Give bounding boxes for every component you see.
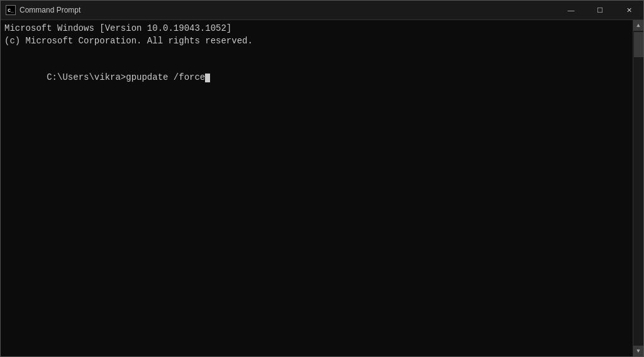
scrollbar-track[interactable]	[633, 31, 644, 346]
command-text: gpupdate /force	[126, 72, 205, 82]
scrollbar-thumb[interactable]	[634, 32, 643, 57]
window-title: Command Prompt	[19, 6, 80, 14]
title-bar-left: C_ Command Prompt	[6, 5, 80, 15]
output-line-3	[4, 47, 630, 60]
output-line-1: Microsoft Windows [Version 10.0.19043.10…	[4, 23, 630, 35]
scroll-down-button[interactable]: ▼	[633, 346, 644, 356]
app-icon: C_	[6, 5, 16, 15]
command-line: C:\Users\vikra>gpupdate /force	[4, 60, 630, 97]
maximize-button[interactable]: ☐	[586, 1, 614, 20]
title-bar: C_ Command Prompt — ☐ ✕	[1, 1, 643, 20]
command-prompt-window: C_ Command Prompt — ☐ ✕ Microsoft Window…	[0, 0, 644, 357]
window-content: Microsoft Windows [Version 10.0.19043.10…	[1, 20, 643, 356]
cmd-icon-graphic: C_	[6, 5, 16, 15]
prompt: C:\Users\vikra>	[47, 72, 126, 82]
output-line-2: (c) Microsoft Corporation. All rights re…	[4, 35, 630, 48]
cursor	[205, 74, 210, 82]
title-bar-controls: — ☐ ✕	[557, 1, 643, 20]
close-button[interactable]: ✕	[614, 1, 643, 20]
terminal-body[interactable]: Microsoft Windows [Version 10.0.19043.10…	[1, 20, 633, 356]
minimize-button[interactable]: —	[557, 1, 586, 20]
scroll-up-button[interactable]: ▲	[633, 20, 644, 31]
scrollbar[interactable]: ▲ ▼	[633, 20, 643, 356]
